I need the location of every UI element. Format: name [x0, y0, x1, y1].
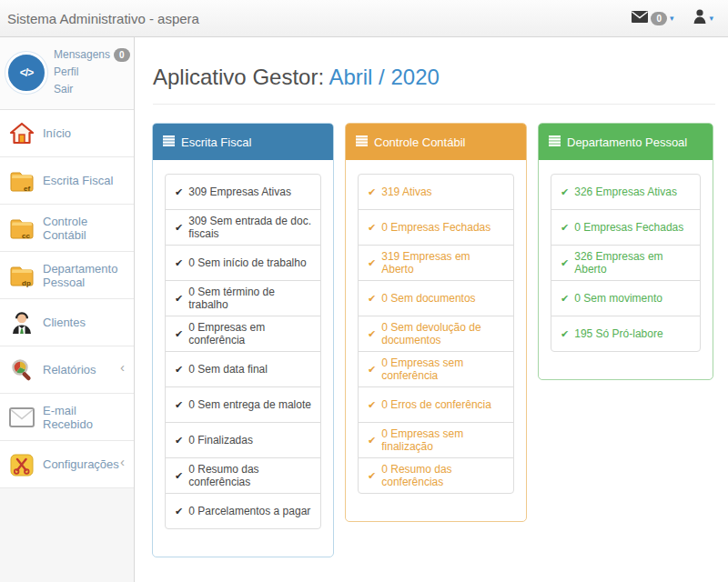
card-title: Controle Contábil: [374, 135, 465, 149]
sidebar-item-email-recebido[interactable]: E-mail Recebido: [0, 394, 134, 441]
profile-panel: </> Mensagens 0 Perfil Sair: [0, 37, 134, 110]
svg-text:ef: ef: [24, 185, 30, 193]
check-icon: ✔: [175, 364, 183, 376]
card-header: Escrita Fiscal: [153, 124, 333, 160]
folder-cc-icon: cc: [7, 215, 36, 242]
sidebar-item-relatorios[interactable]: Relatórios ‹: [0, 346, 134, 394]
check-icon: ✔: [175, 435, 183, 447]
metric-label: 0 Sem data final: [188, 363, 268, 376]
metric-label: 0 Sem devolução de documentos: [381, 321, 504, 346]
period-link[interactable]: Abril / 2020: [329, 65, 439, 89]
metric-label: 0 Sem documentos: [381, 292, 475, 305]
check-icon: ✔: [368, 222, 376, 234]
check-icon: ✔: [368, 364, 376, 376]
metric-label: 0 Empresas sem finalização: [381, 427, 504, 453]
metric-label: 0 Resumo das conferências: [188, 463, 311, 488]
user-menu[interactable]: ▾: [693, 9, 713, 27]
card-title: Escrita Fiscal: [181, 135, 251, 149]
sidebar: </> Mensagens 0 Perfil Sair Início ef: [0, 37, 135, 582]
metric-label: 0 Finalizadas: [188, 434, 253, 447]
messages-badge: 0: [651, 12, 667, 25]
metric-item: ✔0 Resumo das conferências: [165, 457, 321, 494]
metric-label: 0 Sem término de trabalho: [188, 286, 311, 311]
messages-link[interactable]: Mensagens 0: [54, 46, 130, 64]
card-departamento-pessoal: Departamento Pessoal ✔326 Empresas Ativa…: [538, 123, 713, 380]
metric-label: 0 Parcelamentos a pagar: [188, 505, 310, 517]
sidebar-menu: Início ef Escrita Fiscal cc Controle Con…: [0, 110, 134, 488]
check-icon: ✔: [175, 293, 183, 305]
metric-label: 319 Ativas: [381, 186, 431, 198]
user-icon: [693, 9, 706, 27]
metric-label: 0 Empresas sem conferência: [381, 356, 504, 382]
sidebar-item-departamento-pessoal[interactable]: dp Departamento Pessoal: [0, 252, 134, 299]
card-escrita-fiscal: Escrita Fiscal ✔309 Empresas Ativas ✔309…: [152, 123, 334, 557]
topbar-actions: 0 ▾ ▾: [632, 9, 728, 27]
check-icon: ✔: [175, 257, 183, 269]
metric-item: ✔0 Finalizadas: [165, 422, 321, 458]
metric-label: 0 Sem entrega de malote: [188, 398, 311, 411]
metric-item: ✔0 Empresas em conferência: [165, 316, 321, 352]
folder-dp-icon: dp: [7, 262, 36, 289]
check-icon: ✔: [175, 506, 183, 517]
card-body: ✔319 Ativas ✔0 Empresas Fechadas ✔319 Em…: [346, 160, 526, 521]
sidebar-item-label: Departamento Pessoal: [43, 262, 126, 289]
check-icon: ✔: [561, 293, 569, 305]
metric-item: ✔0 Sem término de trabalho: [165, 280, 321, 316]
email-icon: [7, 404, 36, 431]
check-icon: ✔: [368, 257, 376, 269]
sidebar-item-label: Relatórios: [43, 363, 96, 376]
sidebar-item-configuracoes[interactable]: Configurações ‹: [0, 441, 134, 488]
metric-item: ✔0 Empresas Fechadas: [358, 209, 514, 246]
table-icon: [356, 135, 368, 149]
messages-count-badge: 0: [114, 48, 130, 62]
sidebar-item-label: Início: [43, 126, 71, 140]
sidebar-item-escrita-fiscal[interactable]: ef Escrita Fiscal: [0, 157, 134, 205]
check-icon: ✔: [368, 328, 376, 340]
check-icon: ✔: [561, 328, 569, 340]
table-icon: [549, 135, 561, 149]
metric-item: ✔319 Ativas: [358, 174, 514, 210]
metric-item: ✔0 Sem movimento: [551, 280, 701, 316]
metric-item: ✔0 Parcelamentos a pagar: [165, 493, 321, 529]
caret-down-icon: ▾: [670, 15, 674, 23]
metric-label: 0 Empresas em conferência: [188, 321, 311, 346]
reports-icon: [7, 356, 36, 384]
check-icon: ✔: [368, 293, 376, 305]
profile-links: Mensagens 0 Perfil Sair: [54, 46, 130, 98]
metric-item: ✔0 Empresas Fechadas: [551, 209, 701, 246]
sidebar-item-label: Configurações: [43, 457, 119, 471]
sidebar-item-label: E-mail Recebido: [43, 404, 126, 431]
folder-ef-icon: ef: [7, 167, 36, 195]
sidebar-item-controle-contabil[interactable]: cc Controle Contábil: [0, 205, 134, 252]
metric-label: 326 Empresas Ativas: [574, 186, 677, 198]
sidebar-item-inicio[interactable]: Início: [0, 110, 134, 157]
chevron-left-icon: ‹: [120, 359, 125, 375]
metric-item: ✔0 Sem devolução de documentos: [358, 316, 514, 352]
metric-label: 0 Sem início de trabalho: [188, 256, 306, 269]
messages-menu[interactable]: 0 ▾: [632, 10, 673, 26]
home-icon: [7, 120, 36, 147]
metric-item: ✔319 Empresas em Aberto: [358, 245, 514, 281]
profile-link[interactable]: Perfil: [54, 64, 130, 81]
check-icon: ✔: [368, 435, 376, 447]
check-icon: ✔: [561, 222, 569, 234]
card-controle-contabil: Controle Contábil ✔319 Ativas ✔0 Empresa…: [345, 123, 527, 522]
metric-item: ✔0 Empresas sem conferência: [358, 351, 514, 387]
settings-icon: [7, 451, 36, 478]
sidebar-item-label: Clientes: [43, 316, 86, 329]
check-icon: ✔: [368, 399, 376, 411]
logout-link[interactable]: Sair: [54, 81, 130, 98]
metric-label: 0 Empresas Fechadas: [381, 221, 490, 234]
metric-label: 0 Erros de conferência: [381, 398, 491, 411]
check-icon: ✔: [368, 186, 376, 198]
avatar[interactable]: </>: [5, 52, 47, 94]
metric-item: ✔0 Sem início de trabalho: [165, 245, 321, 281]
metric-item: ✔309 Empresas Ativas: [165, 174, 321, 210]
svg-text:cc: cc: [22, 232, 30, 240]
chevron-left-icon: ‹: [120, 454, 125, 469]
card-body: ✔309 Empresas Ativas ✔309 Sem entrada de…: [153, 160, 333, 557]
sidebar-item-clientes[interactable]: Clientes: [0, 299, 134, 346]
metric-item: ✔326 Empresas em Aberto: [551, 245, 701, 281]
check-icon: ✔: [175, 222, 183, 234]
metric-item: ✔326 Empresas Ativas: [551, 174, 701, 210]
